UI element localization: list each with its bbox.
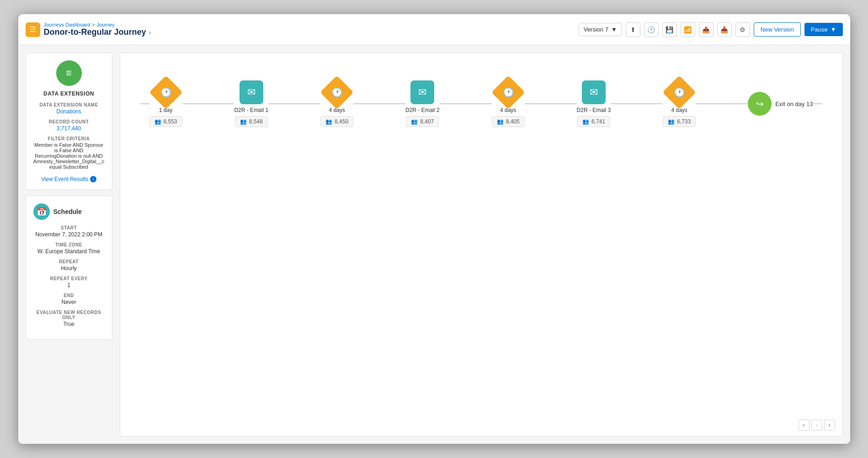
clock-icon-2: 🕐 [331, 87, 343, 98]
breadcrumb-area: ☰ Journeys Dashboard > Journey Donor-to-… [26, 22, 151, 37]
email-icon-2[interactable]: ✉ [410, 80, 434, 104]
timezone-value: W. Europe Standard Time [37, 248, 100, 255]
history-btn[interactable]: 🕐 [644, 22, 659, 37]
clock-icon-3: 🕐 [502, 87, 514, 98]
breadcrumb-text: Journeys Dashboard > Journey Donor-to-Re… [44, 22, 151, 37]
flow-line-4 [440, 103, 492, 104]
list-icon: ≡ [66, 68, 72, 78]
flow-line-start [140, 103, 149, 104]
end-label: END [64, 293, 74, 298]
wait-node-1[interactable]: 🕐 1 day 👥 8,553 [149, 80, 182, 127]
clock-icon-4: 🕐 [674, 87, 685, 98]
flow-line-1 [182, 103, 234, 104]
breadcrumb-sub: Journey [96, 22, 114, 27]
schedule-title: Schedule [53, 208, 82, 215]
eval-label: EVALUATE NEW RECORDS ONLY [33, 310, 105, 320]
import-btn[interactable]: 📥 [717, 22, 732, 37]
de-name-label: DATA EXTENSION NAME [39, 102, 98, 107]
repeat-every-label: REPEAT EVERY [50, 276, 87, 281]
pause-button[interactable]: Pause ▼ [804, 23, 843, 36]
email-count-2: 👥 8,407 [406, 116, 439, 127]
repeat-value: Hourly [61, 265, 77, 272]
view-event-results-link[interactable]: View Event Results i [41, 176, 96, 182]
next-page-btn[interactable]: › [824, 420, 835, 431]
version-dropdown[interactable]: Version 7 ▼ [579, 23, 622, 36]
email-icon-3[interactable]: ✉ [582, 80, 606, 104]
de-name-value: Donations [56, 108, 81, 115]
new-version-button[interactable]: New Version [754, 22, 801, 37]
repeat-every-value: 1 [67, 282, 70, 288]
de-filter-label: FILTER CRITERIA [48, 136, 90, 141]
breadcrumb-main: Donor-to-Regular Journey › [44, 27, 151, 37]
email-label-1: D2R - Email 1 [234, 107, 268, 113]
people-icon-7: 👥 [668, 118, 675, 125]
diamond-icon-2[interactable]: 🕐 [320, 75, 354, 109]
email-label-2: D2R - Email 2 [405, 107, 440, 113]
diamond-icon-4[interactable]: 🕐 [662, 75, 696, 109]
schedule-icon-circle: 📅 [33, 203, 50, 220]
flow-line-6 [611, 103, 663, 104]
de-count-label: RECORD COUNT [49, 119, 89, 124]
people-icon-2: 👥 [240, 118, 247, 125]
wait-node-3[interactable]: 🕐 4 days 👥 8,405 [492, 80, 525, 127]
schedule-card: 📅 Schedule START November 7, 2022 2:00 P… [26, 196, 112, 340]
settings-btn[interactable]: ⚙ [735, 22, 750, 37]
flow-line-end [813, 103, 822, 104]
eval-value: True [63, 321, 74, 327]
exit-node[interactable]: ↪ [748, 92, 772, 116]
diamond-icon-3[interactable]: 🕐 [491, 75, 525, 109]
top-right-controls: Version 7 ▼ ⬆ 🕐 💾 📶 📤 📥 ⚙ New Version Pa… [579, 22, 843, 37]
timezone-label: TIME ZONE [55, 242, 82, 247]
people-icon-6: 👥 [582, 118, 589, 125]
exit-group: ↪ Exit on day 13 [748, 92, 813, 116]
canvas-footer: ‹ · › [799, 420, 835, 431]
email-label-3: D2R - Email 3 [577, 107, 611, 113]
journey-canvas: 🕐 1 day 👥 8,553 ✉ D2R - Email 1 👥 8,5 [120, 53, 843, 437]
prev-page-btn[interactable]: ‹ [799, 420, 809, 431]
title-chevron-icon: › [149, 29, 151, 36]
save-btn[interactable]: 💾 [662, 22, 677, 37]
wait-count-3: 👥 8,405 [492, 116, 525, 127]
pause-chevron-icon: ▼ [831, 26, 836, 33]
breadcrumb-parent-link[interactable]: Journeys Dashboard [44, 22, 91, 27]
data-extension-icon-circle: ≡ [56, 60, 82, 86]
people-icon-5: 👥 [497, 118, 504, 125]
wait-count-2: 👥 8,450 [320, 116, 353, 127]
top-bar: ☰ Journeys Dashboard > Journey Donor-to-… [18, 14, 850, 45]
flow-line-3 [353, 103, 405, 104]
people-icon-3: 👥 [325, 118, 332, 125]
email-node-2[interactable]: ✉ D2R - Email 2 👥 8,407 [405, 80, 440, 127]
page-title: Donor-to-Regular Journey [44, 27, 146, 37]
clock-icon-1: 🕐 [160, 87, 171, 98]
app-window: ☰ Journeys Dashboard > Journey Donor-to-… [18, 14, 850, 444]
exit-icon[interactable]: ↪ [748, 92, 772, 116]
version-label: Version 7 [584, 26, 608, 33]
journey-flow: 🕐 1 day 👥 8,553 ✉ D2R - Email 1 👥 8,5 [131, 62, 831, 136]
start-label: START [61, 225, 77, 230]
calendar-icon: 📅 [37, 207, 47, 217]
end-value: Never [61, 299, 76, 305]
people-icon-1: 👥 [154, 118, 161, 125]
email-icon-1[interactable]: ✉ [240, 80, 263, 104]
exit-label: Exit on day 13 [775, 101, 813, 107]
email-count-3: 👥 6,741 [577, 116, 610, 127]
email-node-1[interactable]: ✉ D2R - Email 1 👥 8,548 [234, 80, 268, 127]
data-extension-title: DATA EXTENSION [43, 91, 94, 97]
people-icon-4: 👥 [411, 118, 418, 125]
main-content: ≡ DATA EXTENSION DATA EXTENSION NAME Don… [18, 45, 850, 444]
breadcrumb-top: Journeys Dashboard > Journey [44, 22, 151, 27]
wait-node-2[interactable]: 🕐 4 days 👥 8,450 [320, 80, 353, 127]
upload-btn[interactable]: ⬆ [626, 22, 640, 37]
info-icon: i [90, 176, 96, 182]
email-node-3[interactable]: ✉ D2R - Email 3 👥 6,741 [577, 80, 611, 127]
de-count-value: 3,717,440 [57, 125, 81, 132]
signal-btn[interactable]: 📶 [681, 22, 695, 37]
current-page-btn[interactable]: · [811, 420, 822, 431]
wait-node-4[interactable]: 🕐 4 days 👥 6,733 [663, 80, 696, 127]
flow-line-7 [696, 103, 748, 104]
version-chevron-icon: ▼ [611, 26, 617, 33]
export-btn[interactable]: 📤 [699, 22, 714, 37]
wait-count-1: 👥 8,553 [149, 116, 182, 127]
start-value: November 7, 2022 2:00 PM [35, 231, 102, 238]
diamond-icon-1[interactable]: 🕐 [149, 75, 183, 109]
